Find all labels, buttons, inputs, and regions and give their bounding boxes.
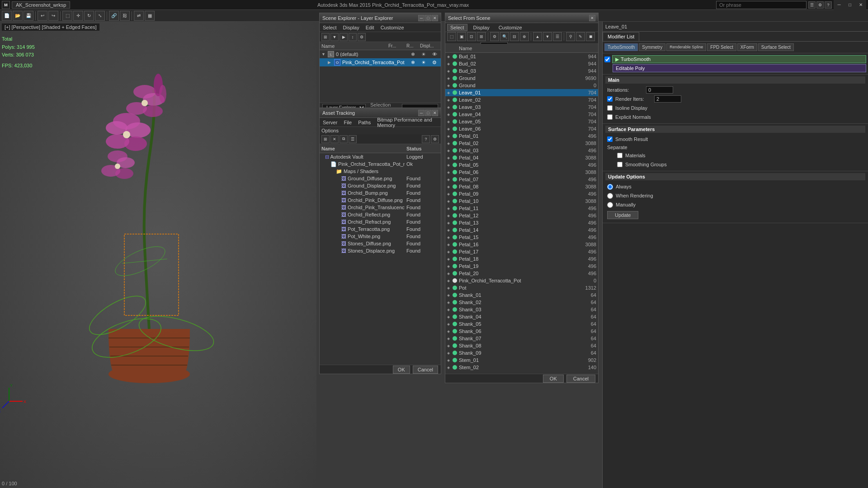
redo-btn[interactable]: ↪ <box>48 11 58 21</box>
smooth-result-checkbox[interactable] <box>607 136 613 142</box>
at-settings-btn[interactable]: ⚙ <box>431 135 439 143</box>
close-button[interactable]: ✕ <box>855 0 866 10</box>
at-new-btn[interactable]: ⊞ <box>321 135 330 143</box>
ss-row[interactable]: ◈ Petal_15 496 <box>445 234 598 241</box>
se-sort-btn[interactable]: ↕ <box>349 33 357 41</box>
at-menu-file[interactable]: File <box>342 119 353 126</box>
viewport[interactable]: X Y Z [+] [Perspective] [Shaded + Edged … <box>0 22 316 488</box>
ss-row[interactable]: ◈ Shank_01 64 <box>445 291 598 299</box>
ss-row[interactable]: ◈ Leave_04 704 <box>445 111 598 118</box>
panel-close-button[interactable]: ✕ <box>432 15 438 21</box>
se-options-btn[interactable]: ⚙ <box>358 33 366 41</box>
at-row-oref[interactable]: 🖼 Orchid_Reflect.png Found <box>320 211 441 218</box>
at-cancel-button[interactable]: Cancel <box>413 366 438 374</box>
icon-2[interactable]: ⚙ <box>816 1 824 9</box>
ss-row[interactable]: ◈ Shank_02 64 <box>445 299 598 306</box>
icon-3[interactable]: ? <box>825 1 832 9</box>
turbomooth-checkbox[interactable] <box>604 56 610 62</box>
at-menu-bitmap[interactable]: Bitmap Performance and Memory <box>376 117 439 128</box>
btn-turbomooth[interactable]: TurboSmooth <box>604 43 638 51</box>
ss-btn11[interactable]: ☰ <box>553 32 562 41</box>
at-list-btn[interactable]: ☰ <box>349 135 357 143</box>
ss-btn7[interactable]: ⊟ <box>510 32 519 41</box>
ss-row[interactable]: ◈ Petal_16 3088 <box>445 241 598 248</box>
tab-modifier-list[interactable]: Modifier List <box>603 32 639 41</box>
ss-btn8[interactable]: ⊕ <box>520 32 529 41</box>
ss-row[interactable]: ◈ Petal_17 496 <box>445 248 598 255</box>
at-row-sdiff[interactable]: 🖼 Stones_Diffuse.png Found <box>320 240 441 247</box>
ss-row[interactable]: ◈ Petal_04 3088 <box>445 154 598 161</box>
mirror-btn[interactable]: ⇌ <box>134 11 144 21</box>
smoothing-checkbox[interactable] <box>617 162 623 167</box>
ss-row[interactable]: ◈ Petal_18 496 <box>445 255 598 263</box>
ss-row[interactable]: ◈ Petal_14 496 <box>445 226 598 234</box>
workspace-tab[interactable]: AK_Screenshot_wrksp <box>12 1 70 9</box>
ss-row[interactable]: ◈ Petal_13 496 <box>445 219 598 226</box>
ss-row[interactable]: ◈ Petal_03 496 <box>445 147 598 154</box>
btn-xform[interactable]: XForm <box>737 43 757 51</box>
ss-row[interactable]: ◈ Ground 0 <box>445 82 598 89</box>
at-menu-server[interactable]: Server <box>321 119 339 126</box>
search-input[interactable] <box>716 1 807 9</box>
ss-row[interactable]: ◈ Petal_05 496 <box>445 161 598 169</box>
ss-row[interactable]: ◈ Leave_06 704 <box>445 125 598 132</box>
panel-minimize-button[interactable]: ─ <box>418 15 425 21</box>
ss-ok-button[interactable]: OK <box>543 375 564 383</box>
ss-row[interactable]: ◈ Petal_20 496 <box>445 270 598 277</box>
select-btn[interactable]: ⬚ <box>62 11 72 21</box>
at-row-vault[interactable]: ⊟ Autodesk Vault Logged <box>320 153 441 160</box>
menu-display[interactable]: Display <box>342 24 361 31</box>
ss-row[interactable]: ◈ Petal_09 496 <box>445 190 598 197</box>
rotate-btn[interactable]: ↻ <box>84 11 94 21</box>
open-btn[interactable]: 📂 <box>13 11 23 21</box>
ss-btn4[interactable]: ⊞ <box>477 32 486 41</box>
ss-btn5[interactable]: ⚙ <box>490 32 499 41</box>
at-row-sdisplace[interactable]: 🖼 Stones_Displace.png Found <box>320 247 441 254</box>
at-maximize-button[interactable]: □ <box>425 110 431 116</box>
ss-row[interactable]: ◈ Shank_04 64 <box>445 313 598 320</box>
ss-row[interactable]: ◈ Shank_06 64 <box>445 328 598 335</box>
panel-maximize-button[interactable]: □ <box>425 15 431 21</box>
array-btn[interactable]: ▦ <box>145 11 155 21</box>
at-row-maps[interactable]: 📁 Maps / Shaders <box>320 168 441 175</box>
ss-btn13[interactable]: ✎ <box>576 32 585 41</box>
ss-row[interactable]: ◈ Petal_10 3088 <box>445 197 598 205</box>
render-iters-input[interactable] <box>654 95 681 103</box>
ss-menu-display[interactable]: Display <box>470 24 493 31</box>
ss-row[interactable]: ◈ Bud_02 944 <box>445 60 598 67</box>
ss-row[interactable]: ◈ Petal_06 3088 <box>445 169 598 176</box>
ss-row[interactable]: ◈ Ground 9690 <box>445 75 598 82</box>
new-btn[interactable]: 📄 <box>2 11 12 21</box>
when-rendering-radio[interactable] <box>607 193 613 199</box>
ss-row[interactable]: ◈ Shank_08 64 <box>445 342 598 349</box>
se-collapse-btn[interactable]: ▶ <box>340 33 348 41</box>
ss-btn6[interactable]: 🔍 <box>500 32 509 41</box>
scene-explorer-titlebar[interactable]: Scene Explorer - Layer Explorer ─ □ ✕ <box>320 13 441 23</box>
maximize-button[interactable]: □ <box>844 0 855 10</box>
ss-row[interactable]: ◈ Shank_03 64 <box>445 306 598 313</box>
ss-row[interactable]: ◈ Petal_12 496 <box>445 212 598 219</box>
ss-btn2[interactable]: ▣ <box>457 32 466 41</box>
at-row-orefract[interactable]: 🖼 Orchid_Refract.png Found <box>320 218 441 225</box>
se-expand-btn[interactable]: ▼ <box>330 33 339 41</box>
move-btn[interactable]: ✛ <box>73 11 83 21</box>
at-row-optrans[interactable]: 🖼 Orchid_Pink_Translucency.png Found <box>320 204 441 211</box>
ss-row[interactable]: ◈ Shank_09 64 <box>445 349 598 357</box>
scale-btn[interactable]: ⤡ <box>95 11 105 21</box>
ss-row[interactable]: ◈ Petal_07 496 <box>445 176 598 183</box>
btn-renderable-spline[interactable]: Renderable Spline <box>666 43 706 51</box>
ss-row[interactable]: ◈ Bud_03 944 <box>445 67 598 75</box>
render-iters-checkbox[interactable] <box>607 96 613 102</box>
at-row-gd[interactable]: 🖼 Ground_Diffuse.png Found <box>320 175 441 182</box>
ss-row[interactable]: ◈ Petal_19 496 <box>445 263 598 270</box>
display-icon-2[interactable]: ⚙ <box>430 60 439 66</box>
iterations-input[interactable] <box>646 86 673 94</box>
btn-fpd-select[interactable]: FPD Select <box>707 43 736 51</box>
ss-row[interactable]: ◈ Leave_03 704 <box>445 103 598 111</box>
ss-row[interactable]: ◈ Leave_01 704 <box>445 89 598 96</box>
ss-row[interactable]: ◈ Leave_05 704 <box>445 118 598 125</box>
freeze-icon[interactable]: ❄ <box>408 52 417 57</box>
at-row-maxfile[interactable]: 📄 Pink_Orchid_Terracotta_Pot_max_vray.ma… <box>320 160 441 168</box>
unlink-btn[interactable]: ⛓ <box>120 11 130 21</box>
ss-btn9[interactable]: ▲ <box>533 32 542 41</box>
